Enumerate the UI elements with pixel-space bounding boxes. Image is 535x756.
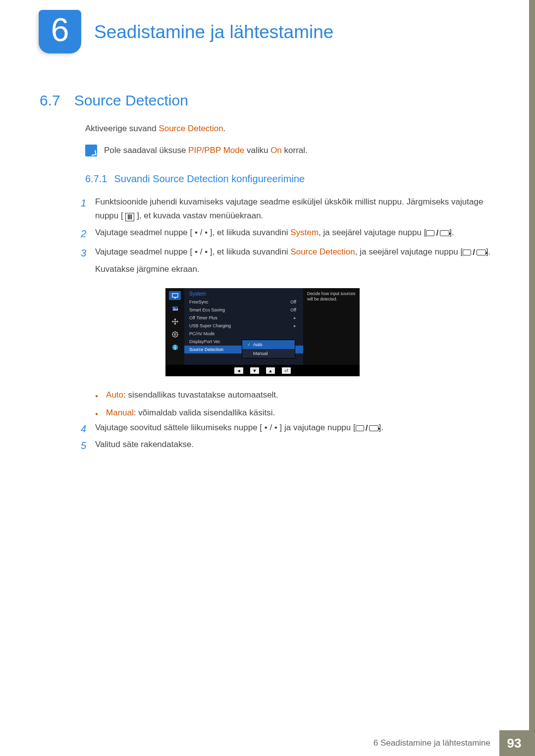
step-1-num: 1 — [78, 195, 86, 223]
svg-point-5 — [174, 333, 176, 335]
step-2-num: 2 — [78, 226, 86, 242]
osd-heading: System — [184, 288, 303, 298]
svg-rect-15 — [174, 347, 175, 349]
step-2-post: , ja seejärel vajutage nuppu [ — [319, 228, 426, 237]
osd-row-value: Off — [290, 307, 296, 312]
osd-popup-opt-manual: Manual — [242, 349, 295, 358]
step-4-num: 4 — [78, 421, 86, 437]
step-5-body: Valitud säte rakendatakse. — [95, 438, 494, 454]
step-5-num: 5 — [78, 438, 86, 454]
note-icon — [85, 145, 97, 156]
osd-row-label: USB Super Charging — [189, 323, 231, 328]
section-number: 6.7 — [40, 92, 60, 109]
osd-description: Decide how input sources will be detecte… — [303, 288, 360, 365]
osd-popup: Auto Manual — [242, 340, 295, 358]
svg-rect-1 — [174, 298, 176, 298]
chapter-tab: 6 — [39, 10, 81, 53]
step-5: 5 Valitud säte rakendatakse. — [78, 438, 494, 454]
step-3-body: Vajutage seadmel nuppe [ • / • ], et lii… — [95, 245, 494, 276]
bullet-auto-hl: Auto — [106, 390, 123, 400]
osd-row-label: FreeSync — [189, 300, 209, 304]
step-1: 1 Funktsioonide juhendi kuvamiseks vajut… — [78, 195, 494, 223]
step-4-dots: • / • — [262, 423, 280, 432]
step-2: 2 Vajutage seadmel nuppe [ • / • ], et l… — [78, 226, 494, 242]
note: Pole saadaval üksuse PIP/PBP Mode valiku… — [85, 145, 308, 156]
footer: 6 Seadistamine ja lähtestamine 93 — [365, 730, 529, 756]
bullet-auto: ● Auto: sisendallikas tuvastatakse autom… — [95, 389, 491, 402]
note-hl1: PIP/PBP Mode — [188, 146, 244, 155]
intro-text: Aktiveerige suvand Source Detection. — [85, 124, 226, 134]
step-3-hl: Source Detection — [290, 247, 355, 256]
osd-row-value: Off — [290, 300, 296, 304]
osd-row-freesync: FreeSyncOff — [184, 298, 303, 306]
chapter-title: Seadistamine ja lähtestamine — [94, 22, 333, 43]
bullet-manual: ● Manual: võimaldab valida sisendallika … — [95, 406, 491, 419]
osd-nav-left: ◄ — [234, 367, 243, 374]
step-2-a: Vajutage seadmel nuppe [ — [95, 228, 192, 237]
svg-point-3 — [173, 307, 174, 308]
step-3-dots: • / • — [192, 247, 210, 256]
enter-icon: / — [426, 226, 449, 240]
bullet-dot-icon: ● — [95, 389, 98, 402]
step-3-num: 3 — [78, 245, 86, 276]
section-title: Source Detection — [74, 92, 188, 109]
step-2-body: Vajutage seadmel nuppe [ • / • ], et lii… — [95, 226, 494, 242]
subsection-heading: 6.7.1 Suvandi Source Detection konfigure… — [85, 173, 305, 185]
osd-nav-enter: ⏎ — [282, 367, 291, 374]
osd-icon-picture — [169, 304, 181, 313]
page-number: 93 — [499, 730, 529, 756]
intro-prefix: Aktiveerige suvand — [85, 124, 159, 133]
step-2-mid: ], et liikuda suvandini — [210, 228, 291, 237]
osd-row-label: DisplayPort Ver. — [189, 339, 221, 344]
step-3-mid: ], et liikuda suvandini — [210, 247, 291, 256]
step-4-a: Vajutage soovitud sättele liikumiseks nu… — [95, 423, 262, 432]
osd-row-offtimer: Off Timer Plus▸ — [184, 314, 303, 322]
osd-row-value: ▸ — [294, 315, 296, 320]
osd-row-label: Off Timer Plus — [189, 315, 217, 320]
enter-icon: / — [463, 246, 486, 259]
step-1-body: Funktsioonide juhendi kuvamiseks vajutag… — [95, 195, 494, 223]
step-1-text-b: ], et kuvada vastav menüüekraan. — [134, 211, 263, 220]
osd-row-usb: USB Super Charging▸ — [184, 322, 303, 330]
note-text: Pole saadaval üksuse PIP/PBP Mode valiku… — [104, 146, 308, 155]
option-bullets: ● Auto: sisendallikas tuvastatakse autom… — [95, 389, 491, 424]
footer-text: 6 Seadistamine ja lähtestamine — [365, 730, 499, 756]
step-3-post: , ja seejärel vajutage nuppu [ — [355, 247, 463, 256]
osd-row-label: Source Detection — [189, 347, 223, 352]
osd-row-pcav: PC/AV Mode — [184, 330, 303, 338]
osd-sidebar — [165, 288, 184, 365]
step-3-desc: Kuvatakse järgmine ekraan. — [95, 262, 494, 276]
svg-rect-0 — [172, 293, 177, 297]
chapter-number: 6 — [51, 13, 69, 50]
intro-suffix: . — [223, 124, 226, 133]
osd-row-label: PC/AV Mode — [189, 331, 214, 336]
note-hl2: On — [270, 146, 282, 155]
osd-icon-gear — [169, 330, 181, 339]
section-heading: 6.7 Source Detection — [40, 92, 188, 109]
osd-nav-up: ▲ — [266, 367, 275, 374]
intro-highlight: Source Detection — [159, 124, 223, 133]
note-p3: korral. — [282, 146, 308, 155]
note-p1: Pole saadaval üksuse — [104, 146, 188, 155]
osd-row-eco: Smart Eco SavingOff — [184, 306, 303, 314]
bullet-dot-icon: ● — [95, 406, 98, 419]
subsection-title: Suvandi Source Detection konfigureerimin… — [114, 173, 305, 185]
osd-icon-arrows — [169, 317, 181, 326]
osd-icon-monitor — [169, 291, 181, 300]
step-3-a: Vajutage seadmel nuppe [ — [95, 247, 192, 256]
osd-row-value: ▸ — [294, 323, 296, 328]
step-3: 3 Vajutage seadmel nuppe [ • / • ], et l… — [78, 245, 494, 276]
osd-nav: ◄ ▼ ▲ ⏎ — [165, 365, 360, 376]
enter-icon: / — [356, 421, 379, 435]
menu-icon — [125, 213, 134, 221]
bullet-auto-text: : sisendallikas tuvastatakse automaatsel… — [123, 390, 278, 400]
bullet-manual-hl: Manual — [106, 408, 134, 417]
steps-list: 1 Funktsioonide juhendi kuvamiseks vajut… — [78, 195, 494, 279]
osd-icon-info — [169, 343, 181, 352]
subsection-number: 6.7.1 — [85, 173, 107, 185]
osd-nav-down: ▼ — [250, 367, 259, 374]
osd-popup-opt-auto: Auto — [242, 340, 295, 349]
bullet-manual-text: : võimaldab valida sisendallika käsitsi. — [134, 408, 275, 417]
osd-menu: System FreeSyncOff Smart Eco SavingOff O… — [184, 288, 303, 365]
step-4-b: ] ja vajutage nuppu [ — [280, 423, 356, 432]
